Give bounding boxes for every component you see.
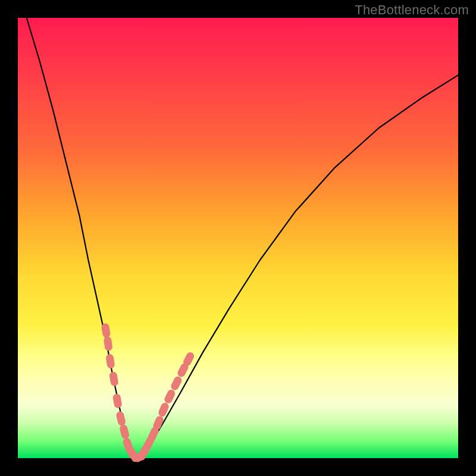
plot-area [18,18,458,458]
bottleneck-curve-svg [18,18,458,458]
highlight-beads [101,322,196,464]
bead [109,371,119,387]
bead [105,353,115,369]
bead [104,336,113,352]
bead [101,322,111,338]
bead [115,411,126,426]
bead [170,375,183,392]
chart-frame: TheBottleneck.com [0,0,476,476]
bead [119,424,130,440]
bottleneck-curve-line [27,18,458,458]
bead [112,393,123,409]
watermark-text: TheBottleneck.com [355,2,469,18]
